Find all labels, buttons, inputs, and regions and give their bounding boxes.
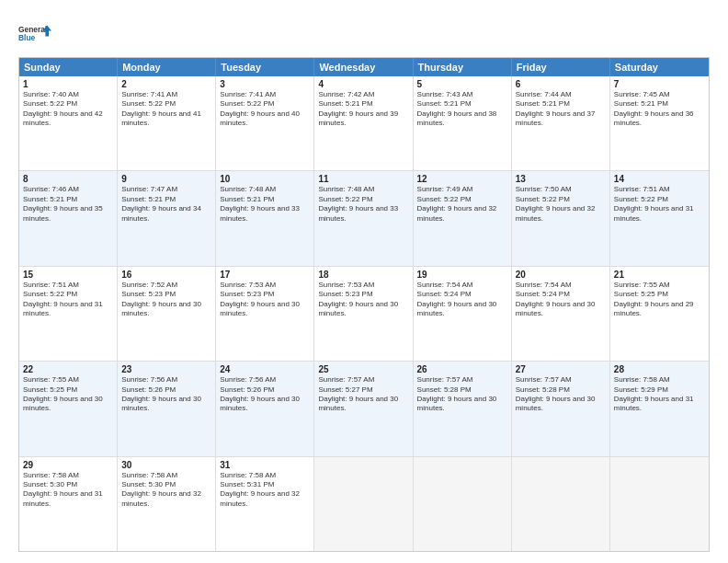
day-cell-16: 16 Sunrise: 7:52 AMSunset: 5:23 PMDaylig… — [118, 267, 216, 361]
day-number: 9 — [121, 174, 211, 184]
day-number: 24 — [220, 364, 310, 374]
cell-info: Sunrise: 7:51 AMSunset: 5:22 PMDaylight:… — [614, 185, 705, 224]
cell-info: Sunrise: 7:48 AMSunset: 5:21 PMDaylight:… — [220, 185, 310, 224]
day-cell-13: 13 Sunrise: 7:50 AMSunset: 5:22 PMDaylig… — [512, 171, 610, 265]
day-number: 6 — [516, 79, 606, 89]
day-number: 20 — [516, 270, 606, 280]
day-number: 1 — [23, 79, 113, 89]
header-friday: Friday — [512, 58, 610, 76]
day-cell-10: 10 Sunrise: 7:48 AMSunset: 5:21 PMDaylig… — [216, 171, 314, 265]
day-cell-30: 30 Sunrise: 7:58 AMSunset: 5:30 PMDaylig… — [118, 457, 216, 551]
day-cell-23: 23 Sunrise: 7:56 AMSunset: 5:26 PMDaylig… — [118, 362, 216, 455]
day-cell-12: 12 Sunrise: 7:49 AMSunset: 5:22 PMDaylig… — [414, 171, 512, 265]
empty-cell — [414, 457, 512, 551]
header-sunday: Sunday — [19, 58, 118, 76]
day-number: 17 — [220, 270, 310, 280]
cell-info: Sunrise: 7:55 AMSunset: 5:25 PMDaylight:… — [614, 281, 705, 319]
day-number: 26 — [417, 364, 507, 374]
header-monday: Monday — [118, 58, 216, 76]
day-cell-14: 14 Sunrise: 7:51 AMSunset: 5:22 PMDaylig… — [610, 171, 709, 265]
day-cell-2: 2 Sunrise: 7:41 AMSunset: 5:22 PMDayligh… — [118, 76, 216, 170]
header-thursday: Thursday — [414, 58, 512, 76]
cell-info: Sunrise: 7:54 AMSunset: 5:24 PMDaylight:… — [417, 281, 507, 319]
day-cell-8: 8 Sunrise: 7:46 AMSunset: 5:21 PMDayligh… — [19, 171, 118, 265]
cell-info: Sunrise: 7:41 AMSunset: 5:22 PMDaylight:… — [220, 90, 310, 129]
cell-info: Sunrise: 7:47 AMSunset: 5:21 PMDaylight:… — [121, 185, 211, 224]
empty-cell — [610, 457, 709, 551]
cell-info: Sunrise: 7:49 AMSunset: 5:22 PMDaylight:… — [417, 185, 507, 224]
header-saturday: Saturday — [610, 58, 709, 76]
day-number: 7 — [614, 79, 705, 89]
cell-info: Sunrise: 7:43 AMSunset: 5:21 PMDaylight:… — [417, 90, 507, 129]
header-tuesday: Tuesday — [216, 58, 314, 76]
day-cell-18: 18 Sunrise: 7:53 AMSunset: 5:23 PMDaylig… — [314, 267, 413, 361]
calendar-body: 1 Sunrise: 7:40 AMSunset: 5:22 PMDayligh… — [19, 76, 709, 551]
day-cell-15: 15 Sunrise: 7:51 AMSunset: 5:22 PMDaylig… — [19, 267, 118, 361]
cell-info: Sunrise: 7:53 AMSunset: 5:23 PMDaylight:… — [220, 281, 310, 319]
day-cell-19: 19 Sunrise: 7:54 AMSunset: 5:24 PMDaylig… — [414, 267, 512, 361]
cell-info: Sunrise: 7:51 AMSunset: 5:22 PMDaylight:… — [23, 281, 113, 319]
day-cell-3: 3 Sunrise: 7:41 AMSunset: 5:22 PMDayligh… — [216, 76, 314, 170]
empty-cell — [512, 457, 610, 551]
day-number: 11 — [318, 174, 408, 184]
empty-cell — [314, 457, 413, 551]
day-number: 23 — [121, 364, 211, 374]
day-number: 14 — [614, 174, 705, 184]
day-cell-17: 17 Sunrise: 7:53 AMSunset: 5:23 PMDaylig… — [216, 267, 314, 361]
day-cell-7: 7 Sunrise: 7:45 AMSunset: 5:21 PMDayligh… — [610, 76, 709, 170]
day-cell-31: 31 Sunrise: 7:58 AMSunset: 5:31 PMDaylig… — [216, 457, 314, 551]
day-cell-1: 1 Sunrise: 7:40 AMSunset: 5:22 PMDayligh… — [19, 76, 118, 170]
calendar: SundayMondayTuesdayWednesdayThursdayFrid… — [18, 57, 710, 552]
day-number: 19 — [417, 270, 507, 280]
day-number: 4 — [318, 79, 408, 89]
cell-info: Sunrise: 7:52 AMSunset: 5:23 PMDaylight:… — [121, 281, 211, 319]
day-number: 22 — [23, 364, 113, 374]
cell-info: Sunrise: 7:57 AMSunset: 5:27 PMDaylight:… — [318, 375, 408, 414]
cell-info: Sunrise: 7:42 AMSunset: 5:21 PMDaylight:… — [318, 90, 408, 129]
svg-text:Blue: Blue — [18, 33, 36, 42]
cell-info: Sunrise: 7:58 AMSunset: 5:31 PMDaylight:… — [220, 471, 310, 510]
cell-info: Sunrise: 7:53 AMSunset: 5:23 PMDaylight:… — [318, 281, 408, 319]
cell-info: Sunrise: 7:55 AMSunset: 5:25 PMDaylight:… — [23, 375, 113, 414]
day-cell-27: 27 Sunrise: 7:57 AMSunset: 5:28 PMDaylig… — [512, 362, 610, 455]
day-number: 29 — [23, 460, 113, 470]
page: General Blue SundayMondayTuesdayWednesda… — [0, 0, 728, 563]
cell-info: Sunrise: 7:56 AMSunset: 5:26 PMDaylight:… — [220, 375, 310, 414]
day-cell-24: 24 Sunrise: 7:56 AMSunset: 5:26 PMDaylig… — [216, 362, 314, 455]
day-number: 25 — [318, 364, 408, 374]
cell-info: Sunrise: 7:45 AMSunset: 5:21 PMDaylight:… — [614, 90, 705, 129]
day-number: 13 — [516, 174, 606, 184]
day-number: 16 — [121, 270, 211, 280]
cell-info: Sunrise: 7:57 AMSunset: 5:28 PMDaylight:… — [516, 375, 606, 414]
day-number: 12 — [417, 174, 507, 184]
day-number: 3 — [220, 79, 310, 89]
day-number: 2 — [121, 79, 211, 89]
day-number: 28 — [614, 364, 705, 374]
day-number: 30 — [121, 460, 211, 470]
cell-info: Sunrise: 7:58 AMSunset: 5:29 PMDaylight:… — [614, 375, 705, 414]
week-row-5: 29 Sunrise: 7:58 AMSunset: 5:30 PMDaylig… — [19, 457, 709, 551]
header-wednesday: Wednesday — [314, 58, 413, 76]
day-cell-5: 5 Sunrise: 7:43 AMSunset: 5:21 PMDayligh… — [414, 76, 512, 170]
day-number: 18 — [318, 270, 408, 280]
cell-info: Sunrise: 7:58 AMSunset: 5:30 PMDaylight:… — [23, 471, 113, 510]
day-cell-6: 6 Sunrise: 7:44 AMSunset: 5:21 PMDayligh… — [512, 76, 610, 170]
cell-info: Sunrise: 7:50 AMSunset: 5:22 PMDaylight:… — [516, 185, 606, 224]
cell-info: Sunrise: 7:56 AMSunset: 5:26 PMDaylight:… — [121, 375, 211, 414]
day-cell-9: 9 Sunrise: 7:47 AMSunset: 5:21 PMDayligh… — [118, 171, 216, 265]
week-row-4: 22 Sunrise: 7:55 AMSunset: 5:25 PMDaylig… — [19, 362, 709, 456]
cell-info: Sunrise: 7:48 AMSunset: 5:22 PMDaylight:… — [318, 185, 408, 224]
day-number: 10 — [220, 174, 310, 184]
cell-info: Sunrise: 7:41 AMSunset: 5:22 PMDaylight:… — [121, 90, 211, 129]
day-cell-21: 21 Sunrise: 7:55 AMSunset: 5:25 PMDaylig… — [610, 267, 709, 361]
day-cell-28: 28 Sunrise: 7:58 AMSunset: 5:29 PMDaylig… — [610, 362, 709, 455]
day-cell-29: 29 Sunrise: 7:58 AMSunset: 5:30 PMDaylig… — [19, 457, 118, 551]
logo: General Blue — [18, 17, 51, 50]
cell-info: Sunrise: 7:44 AMSunset: 5:21 PMDaylight:… — [516, 90, 606, 129]
day-number: 5 — [417, 79, 507, 89]
day-number: 21 — [614, 270, 705, 280]
day-cell-4: 4 Sunrise: 7:42 AMSunset: 5:21 PMDayligh… — [314, 76, 413, 170]
logo-svg: General Blue — [18, 17, 51, 50]
day-number: 15 — [23, 270, 113, 280]
day-number: 8 — [23, 174, 113, 184]
